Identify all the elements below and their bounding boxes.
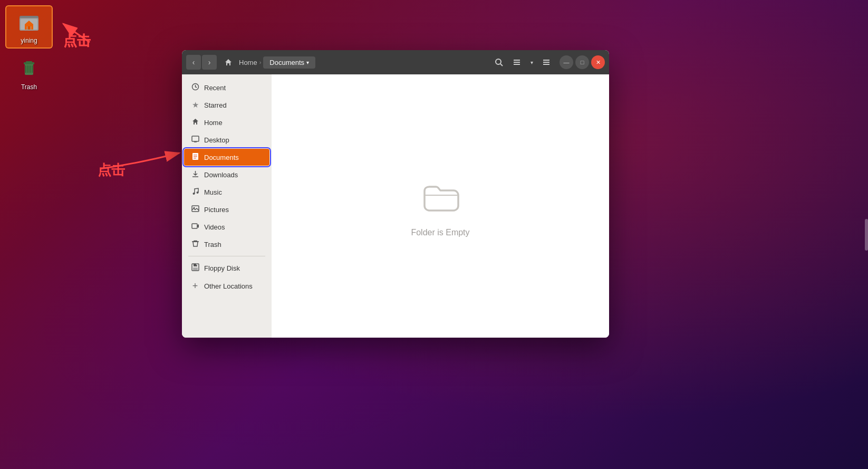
svg-rect-25 (194, 158, 196, 159)
svg-rect-35 (196, 264, 197, 265)
downloads-sidebar-icon (190, 170, 200, 179)
svg-rect-15 (514, 64, 520, 65)
sidebar-item-pictures[interactable]: Pictures (184, 201, 269, 218)
sidebar-item-trash[interactable]: Trash (184, 236, 269, 253)
svg-rect-14 (514, 62, 520, 63)
svg-rect-23 (194, 155, 197, 156)
recent-icon (190, 83, 200, 92)
svg-rect-24 (194, 156, 197, 157)
videos-sidebar-icon (190, 222, 200, 232)
trash-label: Trash (21, 83, 37, 91)
back-button[interactable]: ‹ (186, 55, 201, 70)
svg-rect-16 (543, 60, 549, 61)
home-nav-button[interactable] (220, 54, 237, 71)
svg-rect-18 (543, 64, 549, 65)
svg-point-27 (192, 193, 195, 195)
minimize-button[interactable]: — (560, 55, 573, 69)
desktop-icon-yining[interactable]: yining (5, 5, 53, 49)
sidebar-item-documents[interactable]: Documents (184, 149, 269, 166)
sidebar-divider (188, 256, 265, 256)
desktop-sidebar-icon (190, 135, 200, 145)
pictures-sidebar-icon (190, 205, 200, 214)
svg-rect-13 (514, 60, 520, 61)
file-manager-window: ‹ › Home › Documents ▾ (182, 50, 609, 338)
close-button[interactable]: ✕ (591, 55, 605, 69)
starred-icon: ★ (190, 100, 200, 110)
documents-sidebar-icon (190, 152, 200, 162)
nav-buttons: ‹ › (186, 55, 217, 70)
sidebar-item-videos[interactable]: Videos (184, 218, 269, 235)
location-bar: Home › Documents ▾ (220, 54, 488, 71)
svg-rect-20 (192, 136, 199, 141)
svg-rect-3 (27, 26, 31, 30)
maximize-button[interactable]: □ (575, 55, 589, 69)
svg-point-28 (196, 192, 198, 194)
main-content-area: Folder is Empty (272, 74, 609, 338)
svg-rect-31 (192, 224, 197, 228)
floppy-sidebar-icon (190, 263, 200, 273)
svg-point-11 (496, 59, 501, 64)
forward-button[interactable]: › (202, 55, 217, 70)
yining-label: yining (21, 37, 37, 44)
list-view-arrow[interactable]: ▾ (527, 54, 536, 70)
svg-line-12 (500, 64, 503, 66)
svg-rect-36 (193, 267, 198, 270)
empty-folder-text: Folder is Empty (411, 228, 469, 237)
sidebar-item-music[interactable]: Music (184, 184, 269, 200)
desktop-icons-area: yining Trash (0, 0, 69, 103)
trash-sidebar-icon (190, 240, 200, 249)
empty-folder-icon (419, 175, 461, 219)
sidebar-item-other-locations[interactable]: + Other Locations (184, 277, 269, 295)
home-sidebar-icon (190, 118, 200, 127)
sidebar-item-home[interactable]: Home (184, 114, 269, 131)
scrollbar[interactable] (865, 219, 868, 251)
sidebar: Recent ★ Starred Home (182, 74, 272, 338)
other-locations-icon: + (190, 281, 200, 292)
sidebar-item-downloads[interactable]: Downloads (184, 166, 269, 183)
sidebar-item-desktop[interactable]: Desktop (184, 131, 269, 148)
svg-rect-17 (543, 62, 549, 63)
menu-button[interactable] (538, 54, 554, 70)
desktop-icon-trash[interactable]: Trash (5, 53, 53, 94)
svg-rect-8 (26, 61, 32, 63)
sidebar-item-recent[interactable]: Recent (184, 79, 269, 96)
titlebar-actions: ▾ (491, 54, 554, 70)
content-area: Recent ★ Starred Home (182, 74, 609, 338)
list-view-button[interactable] (509, 54, 525, 70)
sidebar-item-floppy[interactable]: Floppy Disk (184, 260, 269, 276)
music-sidebar-icon (190, 187, 200, 197)
trash-icon (16, 56, 42, 81)
sidebar-item-starred[interactable]: ★ Starred (184, 97, 269, 113)
titlebar: ‹ › Home › Documents ▾ (182, 50, 609, 74)
yining-icon (16, 9, 42, 35)
window-controls: — □ ✕ (560, 55, 605, 69)
breadcrumb-current[interactable]: Documents ▾ (263, 56, 315, 69)
breadcrumb-home[interactable]: Home (239, 59, 257, 66)
search-button[interactable] (491, 54, 507, 70)
